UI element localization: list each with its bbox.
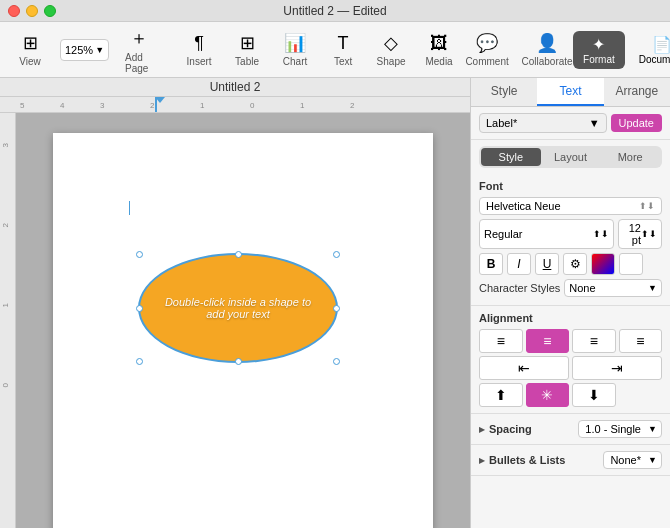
comment-button[interactable]: 💬 Comment — [465, 28, 509, 71]
bullets-select[interactable]: None* ▼ — [603, 451, 662, 469]
chart-button[interactable]: 📊 Chart — [273, 28, 317, 71]
traffic-lights — [8, 5, 56, 17]
subtab-style[interactable]: Style — [481, 148, 541, 166]
label-dropdown[interactable]: Label* ▼ — [479, 113, 607, 133]
label-chevron-icon: ▼ — [589, 117, 600, 129]
font-style-value: Regular — [484, 228, 523, 240]
handle-topcenter[interactable] — [235, 251, 242, 258]
font-style-select[interactable]: Regular ⬆⬇ — [479, 219, 614, 249]
doc-title: Untitled 2 — [0, 78, 470, 97]
document-button[interactable]: 📄 Document — [629, 31, 670, 69]
spacing-chevron-icon: ▼ — [648, 424, 657, 434]
ruler-triangle — [155, 97, 165, 103]
minimize-button[interactable] — [26, 5, 38, 17]
alignment-grid: ≡ ≡ ≡ ≡ ⇤ ⇥ ⬆ ✳ ⬇ — [479, 329, 662, 407]
text-color-button[interactable] — [619, 253, 643, 275]
collaborate-button[interactable]: 👤 Collaborate — [525, 28, 569, 71]
media-label: Media — [425, 56, 452, 67]
ruler-mark: 4 — [60, 101, 64, 110]
align-row-2: ⇤ ⇥ — [479, 356, 662, 380]
addpage-icon: ＋ — [130, 26, 148, 50]
text-button[interactable]: T Text — [321, 29, 365, 71]
ruler-v-mark: 2 — [1, 223, 10, 227]
handle-midleft[interactable] — [136, 305, 143, 312]
font-size-value: 12 pt — [623, 222, 641, 246]
text-label: Text — [334, 56, 352, 67]
font-style-arrows: ⬆⬇ — [593, 229, 609, 239]
subtab-more[interactable]: More — [600, 148, 660, 166]
canvas-area: Untitled 2 5 4 3 2 1 0 1 2 3 2 1 — [0, 78, 470, 528]
font-size-input[interactable]: 12 pt ⬆⬇ — [618, 219, 662, 249]
font-name-value: Helvetica Neue — [486, 200, 639, 212]
collaborate-label: Collaborate — [521, 56, 572, 67]
underline-button[interactable]: U — [535, 253, 559, 275]
char-styles-value: None — [569, 282, 595, 294]
format-label: Format — [583, 54, 615, 65]
font-style-size-row: Regular ⬆⬇ 12 pt ⬆⬇ — [479, 219, 662, 249]
shape-ellipse[interactable]: Double-click inside a shape to add your … — [138, 253, 338, 363]
handle-bottomcenter[interactable] — [235, 358, 242, 365]
font-section-label: Font — [479, 180, 662, 192]
tab-text[interactable]: Text — [537, 78, 603, 106]
align-justify-button[interactable]: ≡ — [619, 329, 663, 353]
insert-icon: ¶ — [194, 33, 204, 54]
subtab-layout[interactable]: Layout — [541, 148, 601, 166]
indent-right-button[interactable]: ⇥ — [572, 356, 662, 380]
indent-left-button[interactable]: ⇤ — [479, 356, 569, 380]
italic-button[interactable]: I — [507, 253, 531, 275]
addpage-button[interactable]: ＋ Add Page — [117, 22, 161, 78]
bullets-row[interactable]: ▶ Bullets & Lists None* ▼ — [471, 445, 670, 476]
font-size-arrows: ⬆⬇ — [641, 229, 657, 239]
toolbar-right: ✦ Format 📄 Document + — [573, 31, 670, 69]
insert-button[interactable]: ¶ Insert — [177, 29, 221, 71]
tab-style[interactable]: Style — [471, 78, 537, 106]
valign-top-button[interactable]: ⬆ — [479, 383, 523, 407]
shape-button[interactable]: ◇ Shape — [369, 28, 413, 71]
handle-bottomleft[interactable] — [136, 358, 143, 365]
sub-tabs: Style Layout More — [479, 146, 662, 168]
color-picker-button[interactable] — [591, 253, 615, 275]
spacing-row[interactable]: ▶ Spacing 1.0 - Single ▼ — [471, 414, 670, 445]
maximize-button[interactable] — [44, 5, 56, 17]
format-icon: ✦ — [592, 35, 605, 54]
char-styles-select[interactable]: None ▼ — [564, 279, 662, 297]
align-row-3: ⬆ ✳ ⬇ — [479, 383, 662, 407]
font-name-select[interactable]: Helvetica Neue ⬆⬇ — [479, 197, 662, 215]
align-center-button[interactable]: ≡ — [526, 329, 570, 353]
char-styles-chevron-icon: ▼ — [648, 283, 657, 293]
chart-icon: 📊 — [284, 32, 306, 54]
spacing-select[interactable]: 1.0 - Single ▼ — [578, 420, 662, 438]
align-right-button[interactable]: ≡ — [572, 329, 616, 353]
settings-button[interactable]: ⚙ — [563, 253, 587, 275]
comment-icon: 💬 — [476, 32, 498, 54]
bold-button[interactable]: B — [479, 253, 503, 275]
char-styles-row: Character Styles None ▼ — [479, 279, 662, 297]
handle-topleft[interactable] — [136, 251, 143, 258]
canvas-page[interactable]: Double-click inside a shape to add your … — [16, 113, 470, 528]
view-button[interactable]: ⊞ View — [8, 28, 52, 71]
zoom-control[interactable]: 125% ▼ — [60, 39, 109, 61]
canvas-body: 3 2 1 0 — [0, 113, 470, 528]
ruler-vertical: 3 2 1 0 — [0, 113, 16, 528]
close-button[interactable] — [8, 5, 20, 17]
valign-bottom-button[interactable]: ⬇ — [572, 383, 616, 407]
ruler-v-mark: 3 — [1, 143, 10, 147]
ruler-mark: 1 — [200, 101, 204, 110]
handle-midright[interactable] — [333, 305, 340, 312]
table-button[interactable]: ⊞ Table — [225, 28, 269, 71]
format-button[interactable]: ✦ Format — [573, 31, 625, 69]
valign-center-button[interactable]: ✳ — [526, 383, 570, 407]
update-button[interactable]: Update — [611, 114, 662, 132]
font-section: Font Helvetica Neue ⬆⬇ Regular ⬆⬇ 12 pt … — [471, 174, 670, 306]
document-page: Double-click inside a shape to add your … — [53, 133, 433, 528]
bullets-chevron-icon: ▼ — [648, 455, 657, 465]
media-button[interactable]: 🖼 Media — [417, 29, 461, 71]
ruler-mark: 1 — [300, 101, 304, 110]
tab-arrange[interactable]: Arrange — [604, 78, 670, 106]
handle-bottomright[interactable] — [333, 358, 340, 365]
ruler-mark: 2 — [150, 101, 154, 110]
ruler-mark: 0 — [250, 101, 254, 110]
spacing-label: Spacing — [489, 423, 532, 435]
handle-topright[interactable] — [333, 251, 340, 258]
align-left-button[interactable]: ≡ — [479, 329, 523, 353]
